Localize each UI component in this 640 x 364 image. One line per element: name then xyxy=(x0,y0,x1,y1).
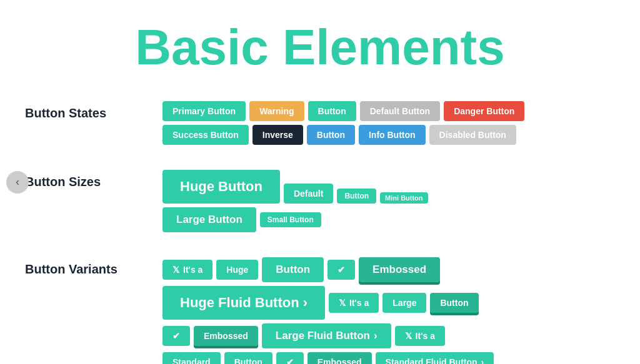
arrow-right-icon: › xyxy=(303,295,308,311)
check-icon: ✔ xyxy=(172,331,180,341)
huge-fluid-btn[interactable]: Huge Fluid Button › xyxy=(162,286,325,320)
large-button[interactable]: Large Button xyxy=(162,207,256,232)
primary-button[interactable]: Primary Button xyxy=(162,101,246,121)
btn-label: It's a xyxy=(349,298,369,308)
arrow-right-icon: › xyxy=(481,357,484,364)
embossed-btn-2[interactable]: Button xyxy=(430,293,478,313)
section-label-sizes: Button Sizes xyxy=(25,170,162,189)
info-button-1[interactable]: Button xyxy=(307,125,355,145)
arrow-right-icon: › xyxy=(374,330,378,342)
btn-label: Huge Fluid Button xyxy=(180,295,299,311)
check-btn-1[interactable]: ✔ xyxy=(328,260,355,280)
button-standard[interactable]: Button xyxy=(224,352,272,364)
standard-btn[interactable]: Standard xyxy=(162,352,221,364)
chevron-left-icon: ‹ xyxy=(16,175,19,189)
section-label-states: Button States xyxy=(25,101,162,121)
check-btn-2[interactable]: ✔ xyxy=(162,326,190,346)
disabled-button: Disabled Button xyxy=(429,125,516,145)
button-sizes-area: Huge Button Default Button Mini Button L… xyxy=(162,170,615,232)
small-button-1[interactable]: Button xyxy=(337,189,376,204)
twitter-large-btn[interactable]: 𝕏 It's a xyxy=(329,293,379,313)
mini-button[interactable]: Mini Button xyxy=(380,192,428,204)
embossed-large-btn[interactable]: Embossed xyxy=(359,257,440,282)
button-variants-area: 𝕏 It's a Huge Button ✔ Embossed Huge Flu… xyxy=(162,257,615,364)
inverse-button[interactable]: Inverse xyxy=(252,125,303,145)
nav-back-button[interactable]: ‹ xyxy=(6,171,29,194)
check-icon: ✔ xyxy=(286,357,294,364)
small-button-2[interactable]: Small Button xyxy=(260,212,321,227)
button-sizes-section: Button Sizes Huge Button Default Button … xyxy=(25,170,615,232)
default-size-button[interactable]: Default xyxy=(284,184,333,204)
btn-label: It's a xyxy=(183,265,202,275)
btn-label: Large Fluid Button xyxy=(276,330,370,342)
check-btn-3[interactable]: ✔ xyxy=(276,352,304,364)
huge-variant-btn[interactable]: Huge xyxy=(216,260,258,280)
embossed-btn-3[interactable]: Embossed xyxy=(194,326,258,346)
embossed-btn-4[interactable]: Embossed xyxy=(308,352,372,364)
twitter-it-s-a-btn[interactable]: 𝕏 It's a xyxy=(162,260,212,280)
large-fluid-btn[interactable]: Large Fluid Button › xyxy=(262,323,391,348)
success-button[interactable]: Success Button xyxy=(162,125,249,145)
primary-button-2[interactable]: Button xyxy=(308,101,356,121)
danger-button[interactable]: Danger Button xyxy=(444,101,524,121)
huge-button[interactable]: Huge Button xyxy=(162,170,280,204)
btn-label: It's a xyxy=(416,331,435,341)
info-button[interactable]: Info Button xyxy=(359,125,426,145)
standard-fluid-btn[interactable]: Standard Fluid Button › xyxy=(376,352,494,364)
button-states-section: Button States Primary Button Warning But… xyxy=(25,101,615,145)
btn-label: Standard Fluid Button xyxy=(386,357,478,364)
section-label-variants: Button Variants xyxy=(25,257,162,277)
button-states-area: Primary Button Warning Button Default Bu… xyxy=(162,101,615,145)
large-variant-btn[interactable]: Large xyxy=(382,293,426,313)
button-variants-section: Button Variants 𝕏 It's a Huge Button ✔ E… xyxy=(25,257,615,364)
default-button[interactable]: Default Button xyxy=(360,101,440,121)
check-icon: ✔ xyxy=(338,265,345,275)
button-large-variant[interactable]: Button xyxy=(262,257,324,282)
twitter-icon: 𝕏 xyxy=(405,331,412,341)
page-title: Basic Elements xyxy=(0,0,640,101)
twitter-icon: 𝕏 xyxy=(339,298,346,308)
twitter-standard-btn[interactable]: 𝕏 It's a xyxy=(395,326,445,346)
twitter-icon: 𝕏 xyxy=(172,265,179,275)
warning-button[interactable]: Warning xyxy=(249,101,304,121)
